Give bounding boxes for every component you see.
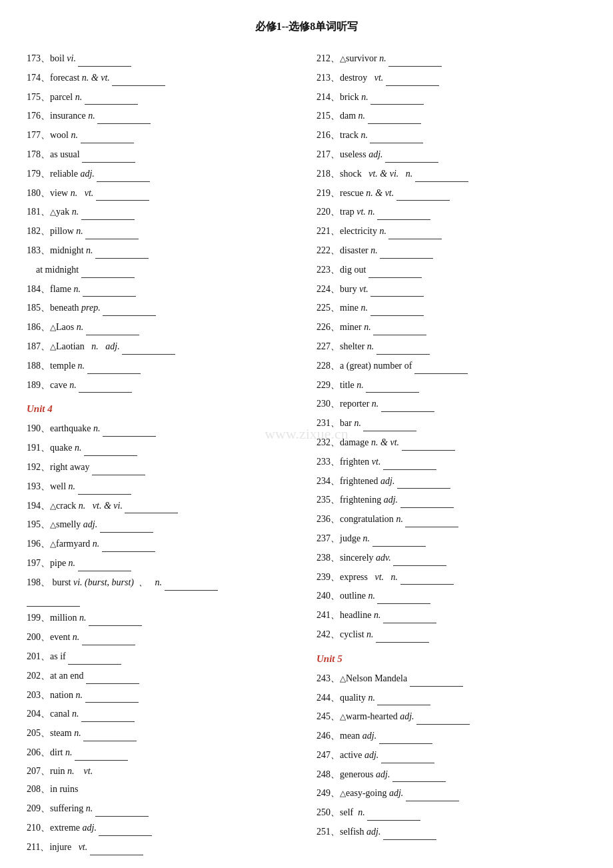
entry-pos: n. <box>93 423 101 433</box>
list-item: 250、self n. <box>316 804 586 821</box>
entry-number: 229、 <box>316 380 340 390</box>
entry-number: 226、 <box>316 322 340 332</box>
entry-number: 179、 <box>27 169 50 179</box>
entry-pos: n. <box>367 341 374 351</box>
list-item: 203、nation n. <box>27 687 297 703</box>
list-item: 223、dig out <box>316 261 586 278</box>
list-item: 210、extreme adj. <box>27 819 297 836</box>
answer-line <box>370 281 424 297</box>
answer-line <box>97 107 151 124</box>
entry-number: 215、 <box>316 111 340 121</box>
answer-line <box>102 535 155 552</box>
entry-pos: vt. <box>374 73 384 83</box>
list-item: 199、million n. <box>27 609 297 626</box>
list-item: 175、parcel n. <box>27 89 297 105</box>
list-item: 224、bury vt. <box>316 281 586 297</box>
answer-line <box>363 415 416 431</box>
entry-text: wool <box>50 130 71 140</box>
entry-text: track <box>340 130 360 140</box>
entry-text: reporter <box>340 399 372 409</box>
answer-line <box>370 89 424 105</box>
list-item: 184、flame n. <box>27 281 297 297</box>
entry-number: 236、 <box>316 514 340 524</box>
answer-line <box>85 223 139 239</box>
answer-line <box>95 242 149 259</box>
answer-line <box>82 629 135 645</box>
entry-pos: adj. <box>362 731 376 741</box>
unit-heading: Unit 4 <box>27 403 297 415</box>
answer-line <box>85 687 139 703</box>
list-item: 241、headline n. <box>316 607 586 623</box>
answer-line <box>99 819 152 836</box>
list-item: 221、electricity n. <box>316 223 586 239</box>
entry-pos: vt. & vi. n. <box>368 169 412 179</box>
entry-text: dirt <box>50 747 65 757</box>
answer-line <box>381 747 434 763</box>
entry-text: at an end <box>50 671 84 681</box>
entry-pos: adj. <box>83 519 97 529</box>
entry-pos: n. <box>363 533 370 543</box>
entry-number: 231、 <box>316 418 340 428</box>
content-columns: 173、boil vi. 174、forecast n. & vt. 175、p… <box>27 50 586 858</box>
list-item: 194、△crack n. vt. & vi. <box>27 497 297 514</box>
entry-pos: n. <box>360 130 368 140</box>
answer-line <box>406 785 459 801</box>
list-item: 235、frightening adj. <box>316 491 586 508</box>
entry-number: 245、 <box>316 711 340 721</box>
answer-line <box>377 689 430 706</box>
answer-line <box>402 434 455 451</box>
list-item: 191、quake n. <box>27 439 297 456</box>
entry-text: title <box>340 380 356 390</box>
answer-line <box>400 491 454 508</box>
entry-number: 176、 <box>27 111 50 121</box>
entry-text: frightening <box>340 495 384 505</box>
answer-line <box>100 516 153 533</box>
entry-pos: n. <box>86 803 93 813</box>
list-item: 178、as usual <box>27 146 297 163</box>
entry-pos: n. vt. <box>67 766 93 776</box>
entry-pos: adj. <box>384 495 398 505</box>
answer-line <box>84 439 137 456</box>
entry-text: forecast <box>50 73 82 83</box>
list-item: 197、pipe n. <box>27 555 297 571</box>
entry-text: dig out <box>340 265 366 275</box>
list-item: 220、trap vt. n. <box>316 203 586 220</box>
entry-number: 212、 <box>316 53 340 63</box>
answer-line <box>78 478 131 495</box>
entry-number: 225、 <box>316 303 340 313</box>
entry-text: sincerely <box>340 553 376 563</box>
answer-line <box>82 146 135 163</box>
answer-line <box>370 299 424 316</box>
entry-number: 181、 <box>27 207 50 217</box>
answer-line <box>85 89 138 105</box>
answer-line <box>95 800 149 817</box>
answer-line <box>78 50 131 67</box>
entry-text: steam <box>50 728 74 738</box>
entry-text: earthquake <box>50 423 93 433</box>
entry-number: 242、 <box>316 629 340 639</box>
list-item: 228、a (great) number of <box>316 357 586 374</box>
entry-number: 202、 <box>27 671 50 681</box>
list-item: 188、temple n. <box>27 357 297 374</box>
entry-number: 244、 <box>316 693 340 703</box>
answer-line <box>103 299 156 316</box>
entry-text: cave <box>50 380 69 390</box>
entry-number: 248、 <box>316 769 340 779</box>
list-item: 196、△farmyard n. <box>27 535 297 552</box>
left-column: 173、boil vi. 174、forecast n. & vt. 175、p… <box>27 50 297 858</box>
entry-pos: prep. <box>81 303 101 313</box>
list-item: 206、dirt n. <box>27 744 297 761</box>
entry-text: flame <box>50 284 73 294</box>
answer-line <box>416 708 470 725</box>
answer-line <box>392 766 446 783</box>
answer-line <box>122 338 175 355</box>
answer-line <box>83 725 137 741</box>
answer-line <box>81 261 135 278</box>
entry-text: bar <box>340 418 354 428</box>
answer-line <box>75 744 128 761</box>
entry-number: 173、 <box>27 53 50 63</box>
entry-text: cyclist <box>340 629 366 639</box>
answer-line <box>96 185 149 201</box>
entry-number: 208、 <box>27 784 50 794</box>
list-item: 226、miner n. <box>316 319 586 335</box>
